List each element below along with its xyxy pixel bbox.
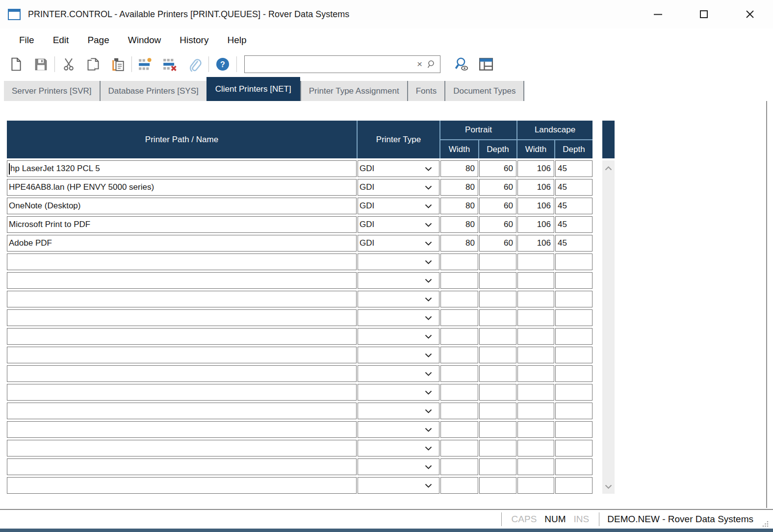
search-icon[interactable]: [427, 60, 436, 69]
tab-fonts[interactable]: Fonts: [408, 81, 445, 101]
landscape-width-cell[interactable]: [517, 384, 554, 401]
menu-file[interactable]: File: [10, 35, 44, 46]
scroll-up-button[interactable]: [602, 166, 615, 171]
tab-server-printers[interactable]: Server Printers [SVR]: [4, 81, 100, 101]
printer-type-dropdown[interactable]: [358, 309, 439, 326]
landscape-width-cell[interactable]: [517, 309, 554, 326]
printer-path-cell[interactable]: [7, 421, 357, 438]
printer-path-cell[interactable]: [7, 477, 357, 494]
layout-button[interactable]: [474, 54, 498, 75]
portrait-depth-cell[interactable]: [479, 309, 516, 326]
printer-path-cell[interactable]: [7, 309, 357, 326]
menu-page[interactable]: Page: [78, 35, 118, 46]
portrait-width-cell[interactable]: [440, 403, 478, 419]
landscape-width-cell[interactable]: [517, 403, 554, 419]
printer-type-dropdown[interactable]: GDI: [358, 179, 439, 196]
cut-button[interactable]: [56, 54, 81, 75]
portrait-width-cell[interactable]: [440, 421, 478, 438]
resize-grip-icon[interactable]: [762, 520, 769, 527]
portrait-width-cell[interactable]: [440, 291, 478, 307]
landscape-width-cell[interactable]: [517, 253, 554, 270]
landscape-width-cell[interactable]: 106: [517, 216, 554, 233]
portrait-depth-cell[interactable]: [479, 328, 516, 345]
landscape-width-cell[interactable]: [517, 458, 554, 475]
portrait-depth-cell[interactable]: [479, 477, 516, 494]
printer-type-dropdown[interactable]: GDI: [358, 160, 439, 177]
menu-help[interactable]: Help: [218, 35, 256, 46]
portrait-width-cell[interactable]: 80: [440, 235, 478, 252]
landscape-width-cell[interactable]: [517, 365, 554, 382]
landscape-width-cell[interactable]: [517, 272, 554, 289]
landscape-width-cell[interactable]: 106: [517, 235, 554, 252]
portrait-depth-cell[interactable]: 60: [479, 160, 516, 177]
portrait-width-cell[interactable]: [440, 365, 478, 382]
printer-path-cell[interactable]: [7, 384, 357, 401]
printer-type-dropdown[interactable]: [358, 403, 439, 419]
landscape-width-cell[interactable]: [517, 477, 554, 494]
menu-edit[interactable]: Edit: [44, 35, 78, 46]
scroll-down-button[interactable]: [602, 484, 615, 489]
landscape-depth-cell[interactable]: 45: [555, 160, 593, 177]
printer-path-cell[interactable]: [7, 272, 357, 289]
paste-button[interactable]: [105, 54, 130, 75]
portrait-width-cell[interactable]: 80: [440, 179, 478, 196]
landscape-depth-cell[interactable]: [555, 440, 593, 456]
close-button[interactable]: [727, 0, 773, 28]
new-document-button[interactable]: [4, 54, 28, 75]
copy-button[interactable]: [81, 54, 105, 75]
landscape-width-cell[interactable]: [517, 347, 554, 363]
landscape-depth-cell[interactable]: 45: [555, 235, 593, 252]
attachment-button[interactable]: [182, 54, 207, 75]
printer-type-dropdown[interactable]: [358, 384, 439, 401]
landscape-depth-cell[interactable]: [555, 253, 593, 270]
portrait-depth-cell[interactable]: 60: [479, 179, 516, 196]
portrait-width-cell[interactable]: 80: [440, 160, 478, 177]
portrait-depth-cell[interactable]: [479, 384, 516, 401]
portrait-depth-cell[interactable]: 60: [479, 198, 516, 214]
printer-path-cell[interactable]: [7, 365, 357, 382]
printer-type-dropdown[interactable]: [358, 272, 439, 289]
printer-path-cell[interactable]: Microsoft Print to PDF: [7, 216, 357, 233]
printer-type-dropdown[interactable]: GDI: [358, 235, 439, 252]
landscape-depth-cell[interactable]: [555, 291, 593, 307]
landscape-width-cell[interactable]: 106: [517, 160, 554, 177]
portrait-width-cell[interactable]: [440, 440, 478, 456]
tab-document-types[interactable]: Document Types: [445, 81, 523, 101]
landscape-width-cell[interactable]: 106: [517, 198, 554, 214]
insert-row-button[interactable]: [133, 54, 158, 75]
landscape-depth-cell[interactable]: 45: [555, 216, 593, 233]
portrait-depth-cell[interactable]: [479, 458, 516, 475]
search-clear-icon[interactable]: ×: [412, 59, 427, 70]
portrait-depth-cell[interactable]: [479, 365, 516, 382]
portrait-width-cell[interactable]: [440, 253, 478, 270]
printer-type-dropdown[interactable]: [358, 458, 439, 475]
tab-database-printers[interactable]: Database Printers [SYS]: [101, 81, 206, 101]
printer-path-cell[interactable]: [7, 328, 357, 345]
printer-type-dropdown[interactable]: [358, 347, 439, 363]
portrait-depth-cell[interactable]: [479, 421, 516, 438]
landscape-depth-cell[interactable]: [555, 421, 593, 438]
maximize-button[interactable]: [681, 0, 727, 28]
menu-history[interactable]: History: [170, 35, 218, 46]
portrait-width-cell[interactable]: [440, 477, 478, 494]
landscape-depth-cell[interactable]: 45: [555, 179, 593, 196]
printer-type-dropdown[interactable]: [358, 440, 439, 456]
landscape-width-cell[interactable]: [517, 421, 554, 438]
menu-window[interactable]: Window: [119, 35, 171, 46]
landscape-depth-cell[interactable]: [555, 328, 593, 345]
landscape-width-cell[interactable]: [517, 291, 554, 307]
printer-path-cell[interactable]: Adobe PDF: [7, 235, 357, 252]
landscape-depth-cell[interactable]: [555, 384, 593, 401]
portrait-width-cell[interactable]: 80: [440, 198, 478, 214]
printer-path-cell[interactable]: hp LaserJet 1320 PCL 5: [7, 160, 357, 177]
printer-path-cell[interactable]: [7, 253, 357, 270]
save-button[interactable]: [28, 54, 53, 75]
help-button[interactable]: ?: [210, 54, 235, 75]
portrait-depth-cell[interactable]: [479, 347, 516, 363]
printer-type-dropdown[interactable]: GDI: [358, 216, 439, 233]
printer-path-cell[interactable]: [7, 403, 357, 419]
printer-path-cell[interactable]: [7, 291, 357, 307]
landscape-depth-cell[interactable]: 45: [555, 198, 593, 214]
search-view-button[interactable]: [449, 54, 474, 75]
portrait-width-cell[interactable]: [440, 272, 478, 289]
